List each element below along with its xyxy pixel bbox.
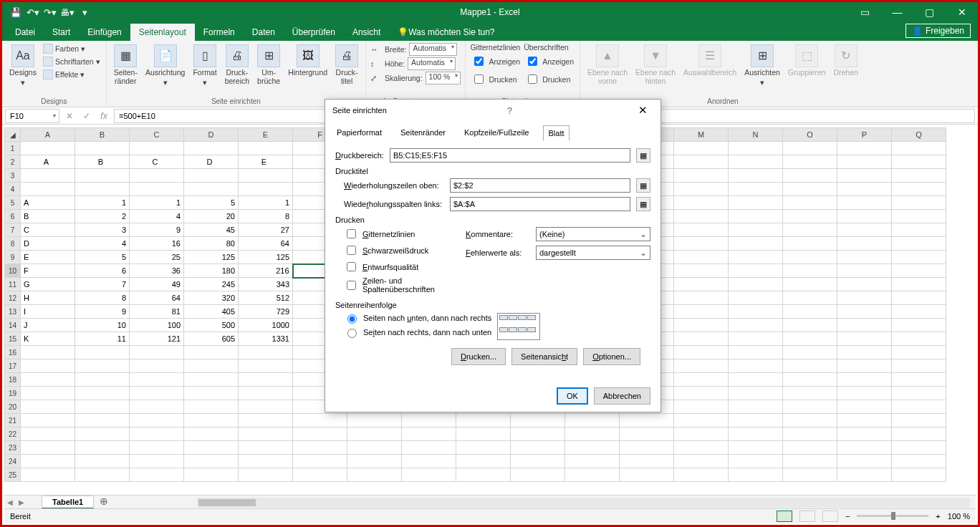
cell[interactable]	[239, 142, 293, 155]
cell[interactable]	[837, 400, 892, 414]
cell[interactable]	[130, 441, 184, 455]
save-icon[interactable]: 💾	[8, 4, 24, 20]
cell[interactable]	[892, 169, 946, 183]
cell[interactable]	[783, 142, 837, 155]
normal-view-icon[interactable]	[777, 511, 792, 522]
cell[interactable]	[892, 468, 946, 482]
cell[interactable]: 4	[75, 237, 130, 251]
cell[interactable]	[184, 400, 239, 414]
height-select[interactable]: Automatis	[408, 57, 456, 70]
cell[interactable]	[674, 441, 729, 455]
row-header[interactable]: 11	[5, 278, 21, 291]
column-header[interactable]: C	[130, 128, 184, 142]
cell[interactable]	[130, 142, 184, 155]
cell[interactable]	[674, 332, 729, 346]
row-header[interactable]: 15	[5, 332, 21, 346]
tab-seitenlayout[interactable]: Seitenlayout	[130, 24, 195, 41]
row-header[interactable]: 9	[5, 251, 21, 264]
cell[interactable]	[75, 346, 130, 359]
cell[interactable]	[674, 455, 729, 468]
cell[interactable]	[293, 468, 347, 482]
cell[interactable]	[239, 427, 293, 441]
cell[interactable]	[783, 346, 837, 359]
cell[interactable]	[892, 264, 946, 278]
column-header[interactable]: M	[674, 128, 729, 142]
cell[interactable]: D	[184, 155, 239, 169]
cell[interactable]	[21, 359, 75, 373]
cell[interactable]: 605	[184, 332, 239, 346]
cell[interactable]: 2	[75, 210, 130, 223]
cell[interactable]	[837, 237, 892, 251]
cell[interactable]	[565, 414, 620, 427]
cell[interactable]	[892, 455, 946, 468]
cell[interactable]: 125	[239, 251, 293, 264]
cell[interactable]	[837, 169, 892, 183]
cell[interactable]	[837, 441, 892, 455]
cell[interactable]	[837, 427, 892, 441]
cell[interactable]	[729, 264, 783, 278]
cell[interactable]	[75, 183, 130, 196]
cell[interactable]	[347, 455, 402, 468]
cell[interactable]	[402, 427, 456, 441]
cell[interactable]	[674, 169, 729, 183]
comments-combo[interactable]: (Keine)	[536, 227, 650, 241]
row-header[interactable]: 24	[5, 455, 21, 468]
name-box[interactable]: F10	[5, 109, 59, 123]
cell[interactable]	[402, 468, 456, 482]
range-picker-icon[interactable]: ▦	[636, 197, 650, 211]
range-picker-icon[interactable]: ▦	[636, 148, 650, 163]
cell[interactable]	[674, 278, 729, 291]
cell[interactable]: 1	[239, 196, 293, 210]
gridlines-view-checkbox[interactable]: Anzeigen	[470, 53, 522, 69]
cell[interactable]: 9	[130, 223, 184, 237]
cell[interactable]	[837, 142, 892, 155]
fonts-button[interactable]: Schriftarten ▾	[42, 56, 102, 67]
cell[interactable]	[293, 455, 347, 468]
maximize-icon[interactable]: ▢	[913, 2, 946, 22]
cell[interactable]	[783, 305, 837, 319]
cell[interactable]	[837, 278, 892, 291]
cell[interactable]: I	[21, 305, 75, 319]
cell[interactable]	[783, 210, 837, 223]
cell[interactable]	[729, 373, 783, 387]
cell[interactable]	[729, 291, 783, 305]
preview-button[interactable]: Seitenansicht	[511, 348, 577, 365]
cell[interactable]	[729, 196, 783, 210]
cell[interactable]	[184, 427, 239, 441]
cell[interactable]	[620, 427, 674, 441]
fx-icon[interactable]: fx	[97, 111, 111, 121]
cell[interactable]	[21, 373, 75, 387]
cell[interactable]: 7	[75, 278, 130, 291]
cell[interactable]	[674, 400, 729, 414]
cell[interactable]	[674, 414, 729, 427]
dialog-help-icon[interactable]: ?	[501, 102, 518, 119]
cell[interactable]	[783, 387, 837, 400]
cell[interactable]	[783, 183, 837, 196]
cell[interactable]: 6	[75, 264, 130, 278]
cell[interactable]	[674, 427, 729, 441]
cell[interactable]	[402, 414, 456, 427]
cell[interactable]: 1	[75, 196, 130, 210]
headings-print-checkbox[interactable]: Drucken	[524, 71, 575, 87]
cell[interactable]	[783, 237, 837, 251]
quickprint-icon[interactable]: 🖶▾	[59, 4, 75, 20]
cell[interactable]: 500	[184, 319, 239, 332]
dialog-tab-blatt[interactable]: Blatt	[543, 125, 569, 141]
cell[interactable]	[21, 414, 75, 427]
margins-button[interactable]: ▦Seiten- ränder	[111, 43, 140, 87]
cell[interactable]	[837, 223, 892, 237]
column-header[interactable]: N	[729, 128, 783, 142]
cell[interactable]	[674, 210, 729, 223]
cell[interactable]	[21, 468, 75, 482]
row-header[interactable]: 17	[5, 359, 21, 373]
cell[interactable]	[783, 278, 837, 291]
cell[interactable]: 1	[130, 196, 184, 210]
cell[interactable]	[239, 359, 293, 373]
horizontal-scrollbar[interactable]	[197, 498, 970, 508]
cell[interactable]	[511, 468, 565, 482]
dialog-tab-kopfzeile[interactable]: Kopfzeile/Fußzeile	[460, 125, 534, 141]
cell[interactable]	[783, 251, 837, 264]
cell[interactable]	[184, 359, 239, 373]
cell[interactable]	[21, 169, 75, 183]
cell[interactable]	[729, 441, 783, 455]
